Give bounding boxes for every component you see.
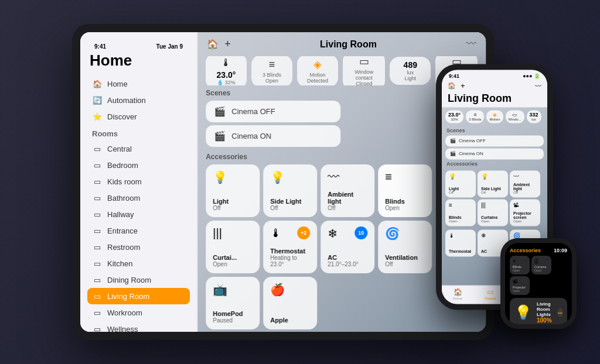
sidebar-item-automation[interactable]: 🔄 Automation [87,92,190,108]
nav-home-icon[interactable]: 🏠 [207,39,219,50]
sidebar-heading: Home [87,51,190,70]
phone-scene-cinema-on[interactable]: 🎬 Cinema ON [445,148,544,159]
tile-apple[interactable]: 🍎 Apple [263,277,317,329]
tile-ambient-name: Ambient light [328,191,367,205]
p-chip-motion[interactable]: ◈ Motion [486,110,503,123]
window-icon: ▭ [359,56,369,68]
phone-scene-cinema-off[interactable]: 🎬 Cinema OFF [445,135,544,146]
tile-homepod[interactable]: 📺 HomePodPaused [206,277,260,329]
p-chip-blinds[interactable]: ≡ 3 Blinds [466,110,484,123]
phone-status-chips: 23.0° 32% ≡ 3 Blinds ◈ Motion ▭ Windo... [442,107,547,126]
watch: Accessories 10:09 ≡ BlindsOpen ||| Curta… [500,238,577,329]
sidebar-item-central[interactable]: ▭Central [87,140,190,157]
sidebar-item-bathroom[interactable]: ▭Bathroom [87,190,190,206]
motion-icon: ◈ [313,58,322,71]
scene-cinema-on[interactable]: 🎬 Cinema ON [206,125,340,147]
cinema-off-icon: 🎬 [214,106,226,117]
phone-tab-home[interactable]: 🏠 Home [453,288,462,300]
tile-homepod-status: Paused [213,317,253,324]
watch-more-button[interactable]: ••• [558,308,562,317]
tablet-time-bar: 9:41 Tue Jan 9 [87,42,190,51]
room-icon: ▭ [92,209,103,219]
cinema-on-icon: 🎬 [214,131,226,142]
sidebar-item-home[interactable]: 🏠 Home [87,75,190,92]
room-icon: ▭ [92,274,103,285]
homepod-icon: 📺 [213,283,253,297]
phone-add-icon[interactable]: + [461,81,465,90]
phone-scenes-title: Scenes [442,126,547,135]
tile-thermostat[interactable]: 🌡 +2 ThermostatHeating to 23.0° [263,221,317,273]
ventilation-icon: 🌀 [385,226,425,241]
sidebar-item-discover[interactable]: ⭐ Discover [87,108,190,125]
tile-curtains-name: Curtai... [213,254,253,261]
sidebar-discover-label: Discover [107,112,137,121]
sidebar-item-kidsroom[interactable]: ▭Kids room [87,173,190,190]
chip-temperature[interactable]: 🌡 23.0° 💧 32% [206,56,247,85]
main-header: 🏠 + Living Room 〰 [197,32,486,56]
sidebar-item-entrance[interactable]: ▭Entrance [87,222,190,239]
phone-tile-light[interactable]: 💡 LightOff [445,170,476,197]
chip-motion[interactable]: ◈ Motion Detected [297,56,338,85]
sidebar-item-restroom[interactable]: ▭Restroom [87,239,190,255]
sidelight-icon: 💡 [270,170,310,184]
phone-tile-projector[interactable]: 📽 Projector screenOpen [510,199,540,226]
sidebar-item-diningroom[interactable]: ▭Dining Room [87,272,190,288]
watch-screen: Accessories 10:09 ≡ BlindsOpen ||| Curta… [505,243,572,324]
tile-ac[interactable]: ❄ 10 AC21.0°–23.0° [321,221,374,273]
watch-time: 10:09 [554,248,567,253]
p-chip-lux[interactable]: 332 lux [527,110,541,123]
tile-thermostat-name: Thermostat [270,248,310,255]
watch-blinds-icon: ≡ [513,258,527,264]
tile-thermostat-status: Heating to 23.0° [270,255,310,267]
tile-curtains[interactable]: ||| Curtai...Open [206,221,260,273]
sidebar-item-workroom[interactable]: ▭Workroom [87,304,190,321]
audio-icon[interactable]: 〰 [466,38,476,50]
room-icon: ▭ [92,324,103,332]
phone-home-icon[interactable]: 🏠 [448,82,456,90]
watch-tile-projector[interactable]: 📽 ProjectorOpen [510,276,530,295]
tile-ac-status: 21.0°–23.0° [328,261,367,267]
tile-blinds-name: Blinds [385,198,425,205]
room-icon: ▭ [92,225,103,236]
phone-audio-icon[interactable]: 〰 [535,83,541,90]
watch-tile-blinds[interactable]: ≡ BlindsOpen [510,256,530,274]
phone-tab-rooms[interactable]: ▭ Rooms [485,288,496,300]
sidebar-item-kitchen[interactable]: ▭Kitchen [87,255,190,272]
watch-tiles: ≡ BlindsOpen ||| CurtainsOpen 📽 Projecto… [510,256,567,295]
sidebar-item-livingroom[interactable]: ▭Living Room [87,288,190,304]
sidebar-item-bedroom[interactable]: ▭Bedroom [87,157,190,173]
p-chip-temp[interactable]: 23.0° 32% [445,110,463,123]
phone-tile-ambient[interactable]: 〰 Ambient lightOff [510,170,540,197]
phone-nav: 🏠 + 〰 [442,80,547,91]
chip-window[interactable]: ▭ Window contact Closed [343,56,385,85]
phone-tile-thermostat[interactable]: 🌡 Thermostat [445,229,476,256]
room-title: Living Room [320,39,377,50]
tile-ambient[interactable]: 〰 Ambient lightOff [321,164,374,217]
scene-cinema-off[interactable]: 🎬 Cinema OFF [206,101,340,122]
phone-tile-blinds[interactable]: ≡ BlindsOpen [445,199,476,226]
watch-detail[interactable]: 💡 Living Room Lights 100% ••• [510,298,567,324]
star-icon: ⭐ [92,111,103,122]
tile-ventilation[interactable]: 🌀 VentilationOff [378,221,432,273]
chip-blinds[interactable]: ≡ 3 Blinds Open [251,56,292,85]
sidebar-item-wellness[interactable]: ▭Wellness [87,321,190,332]
p-chip-window[interactable]: ▭ Windo... [506,110,524,123]
watch-section-title: Accessories [510,248,541,253]
tile-sidelight[interactable]: 💡 Side LightOff [263,164,317,217]
phone-tile-curtains[interactable]: ||| CurtainsOpen [478,199,508,226]
phone-tile-sidelight[interactable]: 💡 Side LightOff [478,170,508,197]
scene-container: 9:41 Tue Jan 9 Home 🏠 Home 🔄 Automation … [0,0,600,364]
chip-light[interactable]: 489 lux Light [390,57,431,85]
phone-accessories-title: Accessories [442,159,547,169]
add-icon[interactable]: + [224,38,231,50]
tile-blinds[interactable]: ≡ BlindsOpen [378,164,432,217]
sidebar-item-hallway[interactable]: ▭Hallway [87,206,190,222]
room-icon: ▭ [92,176,103,187]
watch-tile-curtains[interactable]: ||| CurtainsOpen [531,256,551,274]
tablet: 9:41 Tue Jan 9 Home 🏠 Home 🔄 Automation … [72,24,494,340]
sidebar-automation-label: Automation [107,96,146,105]
watch-device-name: Living Room Lights [537,301,553,317]
tablet-screen: 9:41 Tue Jan 9 Home 🏠 Home 🔄 Automation … [80,32,486,332]
tile-light[interactable]: 💡 LightOff [206,164,260,217]
tile-curtains-status: Open [213,261,253,267]
